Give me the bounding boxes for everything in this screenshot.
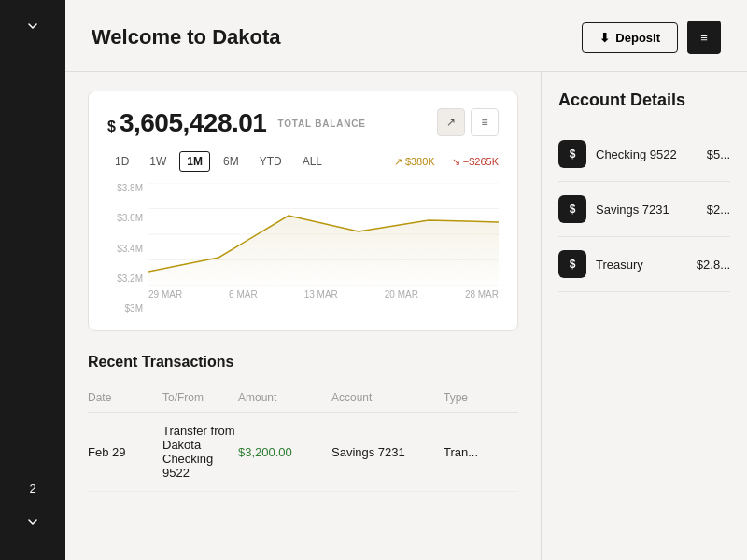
chart-x-labels: 29 MAR 6 MAR 13 MAR 20 MAR 28 MAR: [148, 289, 499, 300]
col-date: Date: [88, 391, 162, 404]
list-view-button[interactable]: ≡: [471, 108, 499, 136]
y-label-4: $3.2M: [107, 273, 143, 284]
time-filters: 1D 1W 1M 6M YTD ALL ↗ $380K ↘ −$265K: [107, 151, 499, 172]
account-name-checking: Checking 9522: [596, 147, 698, 161]
balance-number: 3,605,428.01: [120, 108, 267, 138]
account-item-checking[interactable]: $ Checking 9522 $5...: [558, 127, 730, 182]
filter-all[interactable]: ALL: [295, 151, 330, 172]
row-date: Feb 29: [88, 445, 162, 459]
col-amount: Amount: [238, 391, 331, 404]
account-details-title: Account Details: [558, 91, 730, 110]
sidebar-chevron-bottom[interactable]: [25, 514, 40, 532]
table-row: Feb 29 Transfer from Dakota Checking 952…: [88, 413, 518, 492]
col-type: Type: [444, 391, 518, 404]
x-label-3: 13 MAR: [304, 289, 338, 300]
chart-view-button[interactable]: ↗: [437, 108, 465, 136]
right-panel: Account Details $ Checking 9522 $5... $ …: [542, 72, 747, 560]
col-to-from: To/From: [162, 391, 238, 404]
table-header: Date To/From Amount Account Type: [88, 384, 518, 413]
deposit-icon: ⬇: [599, 31, 610, 45]
x-label-2: 6 MAR: [229, 289, 258, 300]
x-label-4: 20 MAR: [385, 289, 418, 300]
account-icon-savings: $: [558, 195, 586, 223]
header: Welcome to Dakota ⬇ Deposit ≡: [65, 0, 747, 72]
deposit-label: Deposit: [615, 31, 660, 45]
account-amount-savings: $2...: [707, 203, 730, 217]
row-amount: $3,200.00: [238, 445, 331, 459]
filter-1m[interactable]: 1M: [179, 151, 210, 172]
left-panel: $ 3,605,428.01 TOTAL BALANCE ↗ ≡: [65, 72, 542, 560]
balance-card: $ 3,605,428.01 TOTAL BALANCE ↗ ≡: [88, 91, 518, 331]
account-amount-treasury: $2.8...: [697, 258, 730, 272]
account-item-savings[interactable]: $ Savings 7231 $2...: [558, 182, 730, 237]
filter-ytd[interactable]: YTD: [252, 151, 289, 172]
chart-svg-wrap: [148, 183, 499, 286]
row-account: Savings 7231: [331, 445, 444, 459]
y-label-5: $3M: [107, 303, 143, 314]
performance-down: ↘ −$265K: [452, 156, 499, 168]
chart-svg: [148, 183, 499, 286]
account-icon-treasury: $: [558, 250, 586, 278]
filter-6m[interactable]: 6M: [216, 151, 247, 172]
account-item-treasury[interactable]: $ Treasury $2.8...: [558, 237, 730, 292]
sidebar-chevron-top[interactable]: [25, 19, 40, 36]
chart-y-labels: $3.8M $3.6M $3.4M $3.2M $3M: [107, 183, 143, 314]
menu-button[interactable]: ≡: [687, 21, 721, 54]
y-label-2: $3.6M: [107, 213, 143, 223]
transactions-section: Recent Transactions Date To/From Amount …: [88, 354, 518, 492]
header-actions: ⬇ Deposit ≡: [582, 21, 721, 54]
balance-dollar-sign: $: [107, 119, 116, 135]
filter-1w[interactable]: 1W: [142, 151, 174, 172]
balance-amount: $ 3,605,428.01 TOTAL BALANCE: [107, 108, 366, 138]
balance-header: $ 3,605,428.01 TOTAL BALANCE ↗ ≡: [107, 108, 499, 138]
filter-1d[interactable]: 1D: [107, 151, 136, 172]
col-account: Account: [331, 391, 444, 404]
menu-icon: ≡: [700, 31, 708, 45]
transactions-title: Recent Transactions: [88, 354, 518, 371]
y-label-1: $3.8M: [107, 183, 143, 193]
chart-icon: ↗: [446, 116, 456, 129]
row-to-from: Transfer from Dakota Checking 9522: [162, 424, 238, 480]
y-label-3: $3.4M: [107, 244, 143, 254]
account-name-savings: Savings 7231: [596, 203, 698, 217]
row-type: Tran...: [444, 445, 518, 459]
list-icon: ≡: [481, 116, 487, 129]
account-amount-checking: $5...: [707, 147, 730, 161]
x-label-5: 28 MAR: [465, 289, 499, 300]
deposit-button[interactable]: ⬇ Deposit: [582, 22, 678, 53]
account-icon-checking: $: [558, 140, 586, 168]
x-label-1: 29 MAR: [148, 289, 182, 300]
balance-label: TOTAL BALANCE: [277, 119, 365, 129]
sidebar-number: 2: [29, 482, 35, 496]
chart-container: $3.8M $3.6M $3.4M $3.2M $3M: [107, 183, 499, 314]
balance-icons: ↗ ≡: [437, 108, 499, 136]
main-content: Welcome to Dakota ⬇ Deposit ≡ $ 3,605,42…: [65, 0, 747, 560]
account-name-treasury: Treasury: [596, 258, 687, 272]
sidebar: 2: [0, 0, 65, 560]
performance-up: ↗ $380K: [394, 156, 435, 168]
body: $ 3,605,428.01 TOTAL BALANCE ↗ ≡: [65, 72, 747, 560]
page-title: Welcome to Dakota: [92, 25, 281, 49]
